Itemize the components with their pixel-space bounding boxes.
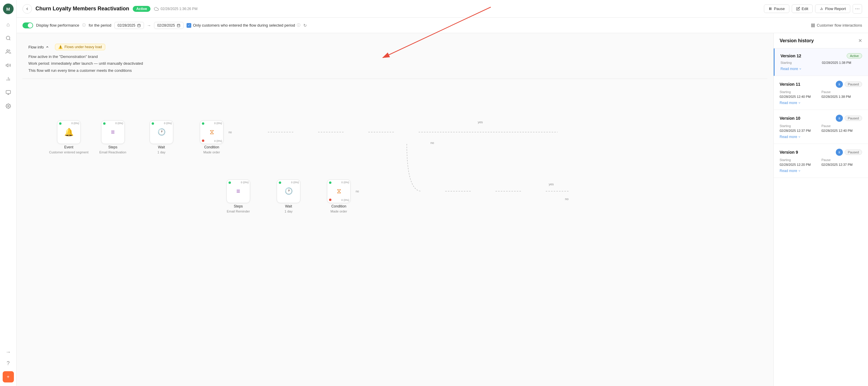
flow-info-text: Flow active in the "Demonstration" brand… <box>28 53 762 74</box>
version-10-pause-date: 02/28/2025 12:40 PM <box>822 129 862 132</box>
version-12-status: Active <box>847 53 862 59</box>
version-9-name: Version 9 <box>780 150 798 155</box>
node-steps1-label: Steps <box>108 145 117 149</box>
only-customers-label: Only customers who entered the flow duri… <box>193 23 295 28</box>
flow-canvas[interactable]: Flow info ⚠️ Flows under heavy load Flow… <box>17 33 773 386</box>
node-event-dot <box>59 122 61 125</box>
more-options-button[interactable]: ⋯ <box>852 4 862 13</box>
version-history-title: Version history <box>780 38 814 43</box>
cloud-sync-info[interactable]: 02/28/2025 1:36:26 PM <box>154 6 197 11</box>
node-wait2-box[interactable]: 🕐 0 (0%) <box>277 180 300 203</box>
sidebar-item-help[interactable]: ? <box>3 358 14 369</box>
node-wait2[interactable]: 🕐 0 (0%) Wait 1 day <box>277 180 300 213</box>
sidebar-item-users[interactable] <box>3 46 14 57</box>
version-10-dates: Starting Pause 02/28/2025 12:37 PM 02/28… <box>780 124 862 132</box>
version-item-9[interactable]: Version 9 ⏸ Paused Starting Pause 02/28/… <box>774 144 868 178</box>
sidebar-item-home[interactable]: ⌂ <box>3 19 14 30</box>
main-content: Churn Loyalty Members Reactivation Activ… <box>17 0 868 386</box>
node-wait2-icon: 🕐 <box>285 187 293 195</box>
display-performance-toggle[interactable] <box>23 23 33 28</box>
filterbar: Display flow performance ⓘ for the perio… <box>17 18 868 33</box>
version-9-read-more[interactable]: Read more <box>780 169 862 173</box>
node-steps1-dot-green <box>103 122 105 125</box>
version-9-starting-label: Starting <box>780 158 820 162</box>
only-customers-checkbox-wrap[interactable]: ✓ Only customers who entered the flow du… <box>187 23 300 28</box>
node-event-box[interactable]: 🔔 0 (0%) <box>57 120 81 144</box>
date-to-input[interactable]: 02/28/2025 <box>154 22 184 29</box>
node-condition1-box[interactable]: ⧖ 0 (0%) 0 (0%) <box>200 120 223 144</box>
nodes-area: no yes yes no <box>23 85 768 227</box>
sidebar-item-settings[interactable] <box>3 100 14 112</box>
node-condition1-label: Condition <box>204 145 219 149</box>
sidebar-orange-button[interactable]: + <box>3 371 14 382</box>
version-10-starting-label: Starting <box>780 124 820 128</box>
version-item-11[interactable]: Version 11 ⏸ Paused Starting Pause 02/28… <box>774 76 868 110</box>
version-12-name: Version 12 <box>780 54 801 58</box>
version-9-badges: ⏸ Paused <box>836 149 862 156</box>
version-12-dates: Starting 02/28/2025 1:38 PM <box>780 61 862 64</box>
version-11-read-more[interactable]: Read more <box>780 101 862 105</box>
version-10-pause-icon: ⏸ <box>836 115 843 122</box>
version-9-pause-date: 02/28/2025 12:37 PM <box>822 163 862 166</box>
version-9-dates: Starting Pause 02/28/2025 12:20 PM 02/28… <box>780 158 862 166</box>
only-customers-checkbox[interactable]: ✓ <box>187 23 191 28</box>
sidebar-item-campaigns[interactable] <box>3 60 14 71</box>
page-title: Churn Loyalty Members Reactivation <box>35 6 129 12</box>
pause-button[interactable]: Pause <box>764 4 789 13</box>
date-from-input[interactable]: 02/28/2025 <box>115 22 144 29</box>
version-12-read-more[interactable]: Read more <box>780 67 862 71</box>
node-condition2-box[interactable]: ⧖ 0 (0%) 0 (0%) <box>327 180 351 203</box>
node-wait1-sublabel: 1 day <box>158 151 165 154</box>
node-steps2-icon: ≡ <box>237 187 240 195</box>
flow-info-label: Flow info <box>28 45 44 50</box>
svg-rect-26 <box>813 26 814 27</box>
version-10-status: Paused <box>845 116 862 121</box>
node-steps1-box[interactable]: ≡ 0 (0%) <box>101 120 125 144</box>
display-performance-label: Display flow performance <box>36 23 79 28</box>
node-condition1-icon: ⧖ <box>210 128 214 136</box>
node-wait2-dot-green <box>279 182 281 184</box>
edit-button[interactable]: Edit <box>792 4 813 13</box>
flow-report-button[interactable]: Flow Report <box>815 4 850 13</box>
node-steps2-box[interactable]: ≡ 0 (0%) <box>226 180 250 203</box>
display-info-icon[interactable]: ⓘ <box>82 23 86 28</box>
node-steps2[interactable]: ≡ 0 (0%) Steps Email Reminder <box>226 180 250 213</box>
node-condition1-sublabel: Made order <box>204 151 220 154</box>
customer-flow-button[interactable]: Customer flow interactions <box>811 23 862 28</box>
warning-badge: ⚠️ Flows under heavy load <box>55 44 105 50</box>
version-panel: Version history ✕ Version 12 Active Star… <box>773 33 868 386</box>
sidebar-item-search[interactable] <box>3 33 14 44</box>
version-item-10[interactable]: Version 10 ⏸ Paused Starting Pause 02/28… <box>774 110 868 144</box>
node-condition2[interactable]: ⧖ 0 (0%) 0 (0%) Condition Made order no <box>327 180 351 213</box>
svg-point-0 <box>6 36 10 40</box>
back-button[interactable] <box>23 4 32 13</box>
node-steps1[interactable]: ≡ 0 (0%) Steps Email Reactivation <box>99 120 126 154</box>
version-10-pause-label: Pause <box>822 124 862 128</box>
sidebar-item-tools[interactable] <box>3 87 14 98</box>
only-customers-info-icon[interactable]: ⓘ <box>297 23 300 28</box>
node-event[interactable]: 🔔 0 (0%) Event Customer entered segment <box>49 120 88 154</box>
node-wait1[interactable]: 🕐 0 (0%) Wait 1 day <box>150 120 173 154</box>
version-12-header: Version 12 Active <box>780 53 862 59</box>
sidebar: M ⌂ → ? + <box>0 0 17 386</box>
node-wait1-box[interactable]: 🕐 0 (0%) <box>150 120 173 144</box>
sidebar-item-analytics[interactable] <box>3 73 14 85</box>
version-9-status: Paused <box>845 150 862 155</box>
version-10-starting-date: 02/28/2025 12:37 PM <box>780 129 820 132</box>
version-11-pause-date: 02/28/2025 1:38 PM <box>822 95 862 98</box>
version-item-12[interactable]: Version 12 Active Starting 02/28/2025 1:… <box>774 49 868 76</box>
svg-rect-11 <box>769 7 770 10</box>
version-10-read-more[interactable]: Read more <box>780 135 862 139</box>
version-panel-close[interactable]: ✕ <box>858 38 862 43</box>
refresh-icon[interactable]: ↻ <box>303 23 307 28</box>
flow-info-line-3: This flow will run every time a customer… <box>28 67 762 74</box>
node-steps2-label: Steps <box>234 204 243 208</box>
version-10-name: Version 10 <box>780 116 800 121</box>
version-12-starting-date: 02/28/2025 1:38 PM <box>822 61 862 64</box>
version-list: Version 12 Active Starting 02/28/2025 1:… <box>774 49 868 386</box>
flow-info-toggle[interactable]: Flow info <box>28 45 49 50</box>
sidebar-item-arrow-right[interactable]: → <box>3 346 14 358</box>
version-11-pause-icon: ⏸ <box>836 81 843 88</box>
node-condition1[interactable]: ⧖ 0 (0%) 0 (0%) Condition Made order no <box>200 120 223 154</box>
topbar-actions: Pause Edit Flow Report ⋯ <box>764 4 862 13</box>
